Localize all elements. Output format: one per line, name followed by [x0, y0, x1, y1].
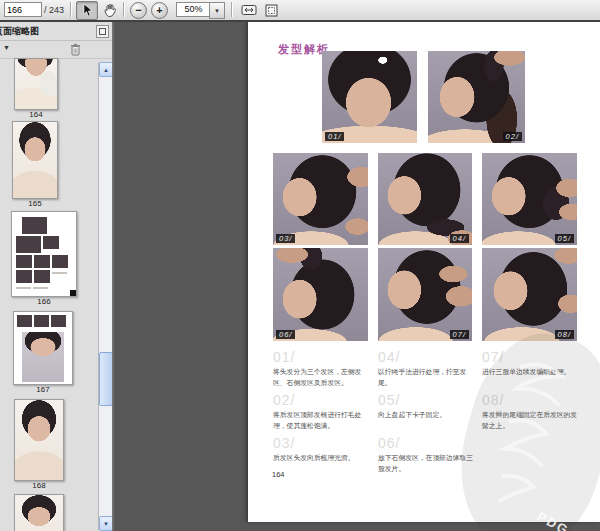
- scroll-up-button[interactable]: ▲: [99, 62, 113, 77]
- step-photo-01: 01/: [322, 51, 417, 143]
- thumbnail-photo-strip: [14, 312, 72, 327]
- thumbnail-grid: [12, 212, 76, 289]
- step-item-01: 01/ 将头发分为三个发区，左侧发区、右侧发区及后发区。: [273, 350, 370, 393]
- arrow-up-icon: ▲: [103, 67, 109, 73]
- step-text: 向上盘起下卡子固定。: [378, 410, 475, 421]
- step-item-02: 02/ 将后发区顶部发根进行打毛处理，使其蓬松饱满。: [273, 393, 370, 436]
- step-photo-05: 05/: [482, 153, 577, 245]
- toolbar: / 243 − + 50% ▼: [0, 0, 600, 22]
- zoom-out-button[interactable]: −: [130, 2, 147, 19]
- hand-tool-button[interactable]: [99, 1, 121, 20]
- arrow-down-icon: ▼: [103, 521, 109, 527]
- thumbnail-page-166[interactable]: 166: [11, 211, 77, 297]
- step-number: 01/: [273, 350, 370, 364]
- current-view-marker: [70, 290, 76, 296]
- sidebar-scrollbar[interactable]: ▲ ▼: [98, 62, 112, 531]
- zoom-in-button[interactable]: +: [151, 2, 168, 19]
- plus-icon: +: [156, 5, 162, 16]
- step-number: 06/: [378, 436, 475, 450]
- step-item-05: 05/ 向上盘起下卡子固定。: [378, 393, 475, 436]
- chevron-down-icon: ▼: [214, 8, 220, 14]
- photo-number-label: 04/: [450, 234, 469, 244]
- step-item-07: 07/ 进行三股单边续发编织处理。: [482, 350, 579, 393]
- watermark-text: PDG: [534, 509, 571, 531]
- step-item-04: 04/ 以拧绳手法进行处理，拧至发尾。: [378, 350, 475, 393]
- hand-icon: [104, 4, 116, 17]
- step-photo-04: 04/: [378, 153, 472, 245]
- step-number: 08/: [482, 393, 579, 407]
- step-text: 将后发区顶部发根进行打毛处理，使其蓬松饱满。: [273, 410, 370, 432]
- page-number-input[interactable]: [4, 2, 42, 17]
- thumbnail-image: [14, 494, 64, 531]
- fit-page-button[interactable]: [262, 2, 281, 18]
- fit-page-icon: [265, 4, 278, 17]
- thumbnail-label: 166: [11, 297, 77, 306]
- toolbar-separator: [70, 2, 71, 17]
- options-icon: [99, 28, 106, 35]
- thumbnail-label: 168: [14, 481, 64, 490]
- step-photo-03: 03/: [273, 153, 368, 245]
- delete-page-button[interactable]: [70, 43, 81, 56]
- thumbnail-page-164[interactable]: 164: [14, 58, 58, 110]
- select-tool-button[interactable]: [76, 1, 98, 20]
- step-number: 02/: [273, 393, 370, 407]
- step-item-03: 03/ 后发区头发向后梳理光滑。: [273, 436, 370, 479]
- step-photo-08: 08/: [482, 248, 577, 341]
- photo-number-label: 07/: [450, 330, 469, 340]
- fit-width-button[interactable]: [239, 2, 258, 18]
- step-item-06: 06/ 放下右侧发区，在顶部边缘取三股发片。: [378, 436, 475, 479]
- photo-number-label: 02/: [503, 132, 522, 142]
- thumbnails-menu-button[interactable]: ▼: [3, 44, 10, 51]
- step-number: 05/: [378, 393, 475, 407]
- step-text: 后发区头发向后梳理光滑。: [273, 453, 370, 464]
- thumbnail-image: [11, 211, 77, 297]
- photo-number-label: 03/: [276, 234, 295, 244]
- thumbnail-page-168[interactable]: 168: [14, 399, 64, 481]
- panel-options-button[interactable]: [96, 25, 109, 38]
- photo-number-label: 06/: [276, 330, 295, 340]
- pdf-viewer-window: { "toolbar": { "page_input": "166", "pag…: [0, 0, 600, 531]
- step-item-08: 08/ 将发辫的尾端固定在后发区的发髻之上。: [482, 393, 579, 436]
- step-photo-02: 02/: [428, 51, 525, 143]
- scrollbar-thumb[interactable]: [99, 352, 113, 406]
- thumbnail-image: [14, 399, 64, 481]
- step-number: 07/: [482, 350, 579, 364]
- thumbnail-image: [13, 311, 73, 385]
- thumbnail-label: 165: [12, 199, 58, 208]
- trash-icon: [70, 43, 81, 56]
- step-text: 以拧绳手法进行处理，拧至发尾。: [378, 367, 475, 389]
- thumbnails-panel-header: 页面缩略图: [0, 22, 112, 41]
- zoom-level-combobox[interactable]: 50%: [176, 2, 211, 17]
- step-text: 将头发分为三个发区，左侧发区、右侧发区及后发区。: [273, 367, 370, 389]
- step-text: 进行三股单边续发编织处理。: [482, 367, 579, 378]
- thumbnail-image: [14, 58, 58, 110]
- step-text: 将发辫的尾端固定在后发区的发髻之上。: [482, 410, 579, 432]
- photo-number-label: 05/: [555, 234, 574, 244]
- steps-column-1: 01/ 将头发分为三个发区，左侧发区、右侧发区及后发区。 02/ 将后发区顶部发…: [273, 350, 370, 479]
- thumbnails-panel-title: 页面缩略图: [0, 25, 72, 38]
- steps-column-2: 04/ 以拧绳手法进行处理，拧至发尾。 05/ 向上盘起下卡子固定。 06/ 放…: [378, 350, 475, 479]
- toolbar-separator: [231, 2, 232, 17]
- photo-number-label: 08/: [555, 330, 574, 340]
- thumbnail-label: 167: [13, 385, 73, 394]
- thumbnails-panel: 页面缩略图 ▼ 164 165: [0, 22, 114, 531]
- fit-width-icon: [241, 4, 257, 16]
- thumbnail-page-167[interactable]: 167: [13, 311, 73, 385]
- select-cursor-icon: [82, 4, 93, 17]
- thumbnail-label: 164: [14, 110, 58, 119]
- step-number: 04/: [378, 350, 475, 364]
- thumbnail-image: [12, 121, 58, 199]
- thumbnails-toolbar: ▼: [0, 41, 112, 59]
- thumbnail-page-165[interactable]: 165: [12, 121, 58, 199]
- minus-icon: −: [135, 5, 141, 16]
- thumbnail-page-169[interactable]: [14, 494, 64, 531]
- zoom-dropdown-button[interactable]: ▼: [209, 2, 225, 19]
- photo-number-label: 01/: [325, 132, 344, 142]
- steps-column-3: 07/ 进行三股单边续发编织处理。 08/ 将发辫的尾端固定在后发区的发髻之上。: [482, 350, 579, 436]
- step-text: 放下右侧发区，在顶部边缘取三股发片。: [378, 453, 475, 475]
- thumbnail-portrait: [22, 332, 64, 382]
- step-photo-06: 06/: [273, 248, 368, 341]
- step-photo-07: 07/: [378, 248, 472, 341]
- printed-page-number: 164: [272, 470, 285, 479]
- scroll-down-button[interactable]: ▼: [99, 516, 113, 531]
